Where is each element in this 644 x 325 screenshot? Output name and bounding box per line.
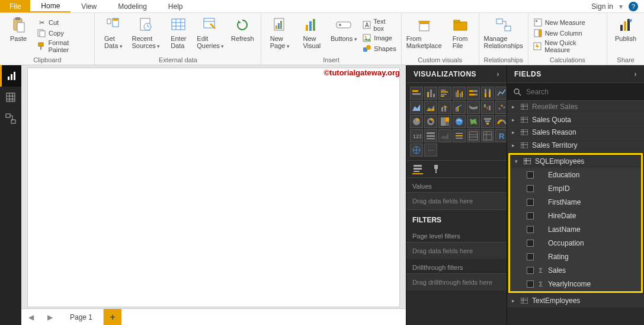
viz-custom-ellipsis[interactable]: ⋯	[424, 144, 437, 157]
fields-search[interactable]	[507, 83, 644, 101]
enter-data-button[interactable]: Enter Data	[165, 15, 192, 49]
field-row[interactable]: FirstName	[510, 196, 641, 209]
viz-waterfall[interactable]	[481, 101, 494, 114]
table-row[interactable]: ▸TextEmployees	[507, 294, 644, 307]
field-checkbox[interactable]	[527, 212, 534, 219]
file-menu[interactable]: File	[0, 0, 30, 12]
viz-stacked-area[interactable]	[424, 101, 437, 114]
viz-gauge[interactable]	[495, 115, 507, 128]
table-row[interactable]: ▸Sales Reason	[507, 126, 644, 139]
viz-funnel[interactable]	[481, 115, 494, 128]
field-checkbox[interactable]	[527, 267, 534, 274]
search-input[interactable]	[526, 88, 638, 96]
report-canvas[interactable]	[27, 68, 400, 307]
text-box-button[interactable]: AText box	[362, 18, 396, 32]
help-icon[interactable]: ?	[629, 2, 638, 11]
edit-queries-button[interactable]: Edit Queries	[197, 15, 224, 50]
new-column-button[interactable]: New Column	[533, 28, 602, 38]
field-row[interactable]: Occupation	[510, 237, 641, 250]
viz-arcgis[interactable]	[410, 144, 423, 157]
field-row[interactable]: ΣSales	[510, 264, 641, 278]
from-file-button[interactable]: From File	[447, 15, 474, 49]
format-painter-button[interactable]: Format Painter	[37, 39, 89, 53]
field-row[interactable]: EmpID	[510, 182, 641, 196]
viz-clustered-bar[interactable]	[438, 87, 451, 100]
viz-kpi[interactable]	[438, 129, 451, 142]
viz-100-bar[interactable]	[467, 87, 480, 100]
viz-ribbon[interactable]	[467, 101, 480, 114]
manage-relationships-button[interactable]: Manage Relationships	[484, 15, 523, 49]
viz-stacked-column[interactable]	[424, 87, 437, 100]
viz-table[interactable]	[467, 129, 480, 142]
viz-treemap[interactable]	[438, 115, 451, 128]
viz-100-column[interactable]	[481, 87, 494, 100]
paste-button[interactable]: Paste	[5, 15, 32, 42]
tab-modeling[interactable]: Modeling	[107, 0, 158, 12]
viz-map[interactable]	[453, 115, 466, 128]
viz-matrix[interactable]	[481, 129, 494, 142]
viz-line[interactable]	[495, 87, 507, 100]
visualizations-header[interactable]: VISUALIZATIONS›	[406, 65, 507, 83]
get-data-button[interactable]: Get Data	[100, 15, 127, 50]
field-checkbox[interactable]	[527, 281, 534, 288]
image-button[interactable]: Image	[362, 33, 396, 43]
copy-button[interactable]: Copy	[37, 28, 89, 38]
field-row[interactable]: Education	[510, 168, 641, 182]
report-view-button[interactable]	[0, 65, 21, 87]
from-marketplace-button[interactable]: From Marketplace	[406, 15, 442, 49]
values-drop[interactable]: Drag data fields here	[406, 192, 507, 209]
viz-card[interactable]: 123	[410, 129, 423, 142]
new-visual-button[interactable]: New Visual	[298, 15, 325, 49]
fields-header[interactable]: FIELDS›	[507, 65, 644, 83]
tab-view[interactable]: View	[71, 0, 107, 12]
drill-filters-drop[interactable]: Drag drillthrough fields here	[406, 273, 507, 291]
tab-help[interactable]: Help	[158, 0, 194, 12]
data-view-button[interactable]	[0, 87, 21, 108]
field-checkbox[interactable]	[527, 240, 534, 247]
viz-multi-card[interactable]	[424, 129, 437, 142]
viz-line-column[interactable]	[438, 101, 451, 114]
viz-filled-map[interactable]	[467, 115, 480, 128]
shapes-button[interactable]: Shapes	[362, 44, 396, 53]
viz-pie[interactable]	[410, 115, 423, 128]
buttons-button[interactable]: Buttons	[330, 15, 357, 43]
viz-line-clustered[interactable]	[453, 101, 466, 114]
viz-r[interactable]: R	[495, 129, 507, 142]
add-page-button[interactable]: +	[104, 309, 121, 325]
page-nav-prev[interactable]: ◀	[21, 309, 40, 325]
publish-button[interactable]: Publish	[612, 15, 639, 42]
table-row[interactable]: ▸Sales Quota	[507, 114, 644, 127]
field-checkbox[interactable]	[527, 171, 534, 179]
page-nav-next[interactable]: ▶	[40, 309, 59, 325]
viz-slicer[interactable]	[453, 129, 466, 142]
format-tab-icon[interactable]	[431, 164, 442, 174]
viz-scatter[interactable]	[495, 101, 507, 114]
table-row[interactable]: ▸Sales Territory	[507, 139, 644, 152]
field-row[interactable]: Rating	[510, 250, 641, 264]
fields-tab-icon[interactable]	[412, 164, 423, 174]
tab-home[interactable]: Home	[30, 0, 71, 12]
new-quick-measure-button[interactable]: New Quick Measure	[533, 39, 602, 53]
chevron-down-icon[interactable]: ▾	[619, 2, 623, 11]
model-view-button[interactable]	[0, 108, 21, 129]
viz-donut[interactable]	[424, 115, 437, 128]
field-checkbox[interactable]	[527, 226, 534, 233]
viz-area[interactable]	[410, 101, 423, 114]
table-row-expanded[interactable]: ▾SQLEmployees	[510, 155, 641, 168]
field-checkbox[interactable]	[527, 199, 534, 206]
field-row[interactable]: HireDate	[510, 209, 641, 223]
viz-clustered-column[interactable]	[453, 87, 466, 100]
field-row[interactable]: LastName	[510, 223, 641, 237]
sign-in-link[interactable]: Sign in	[591, 2, 613, 11]
new-measure-button[interactable]: New Measure	[533, 18, 602, 27]
table-row[interactable]: ▸Reseller Sales	[507, 101, 644, 114]
page-tab-1[interactable]: Page 1	[59, 309, 104, 325]
field-checkbox[interactable]	[527, 185, 534, 192]
new-page-button[interactable]: New Page	[266, 15, 293, 50]
field-checkbox[interactable]	[527, 253, 534, 260]
cut-button[interactable]: ✂Cut	[37, 18, 89, 27]
page-filters-drop[interactable]: Drag data fields here	[406, 242, 507, 259]
viz-stacked-bar[interactable]	[410, 87, 423, 100]
refresh-button[interactable]: Refresh	[229, 15, 256, 42]
field-row[interactable]: ΣYearlyIncome	[510, 278, 641, 291]
